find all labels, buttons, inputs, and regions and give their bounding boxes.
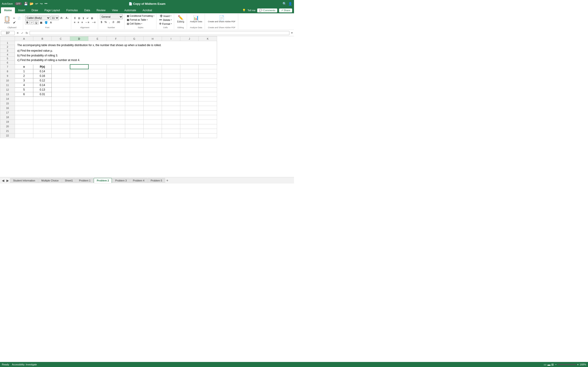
cell-F20[interactable]	[107, 124, 125, 129]
sheet-tab-problem-2[interactable]: Problem 2	[94, 178, 112, 183]
row-header-2[interactable]: 2	[0, 45, 15, 49]
cell-H11[interactable]	[144, 83, 162, 87]
cell-H13[interactable]	[144, 92, 162, 97]
row-header-9[interactable]: 9	[0, 74, 15, 78]
cell-C12[interactable]	[52, 87, 70, 92]
cell-E18[interactable]	[88, 115, 107, 119]
increase-font-size-button[interactable]: A↑	[60, 16, 64, 20]
cell-C21[interactable]	[52, 129, 70, 133]
cell-G14[interactable]	[125, 97, 144, 101]
cell-J11[interactable]	[180, 83, 199, 87]
tell-me-icon[interactable]: 💡	[242, 9, 246, 12]
decrease-decimal-button[interactable]: .00	[115, 20, 121, 24]
share-button[interactable]: ↗ Share	[279, 8, 292, 12]
cell-A20[interactable]	[15, 124, 33, 129]
editing-button[interactable]: ✏️ Editing	[176, 14, 185, 24]
cell-F10[interactable]	[107, 78, 125, 83]
row-header-15[interactable]: 15	[0, 101, 15, 106]
row-header-17[interactable]: 17	[0, 110, 15, 115]
insert-function-button[interactable]: fx	[25, 31, 29, 35]
cell-C14[interactable]	[52, 97, 70, 101]
cell-J14[interactable]	[180, 97, 199, 101]
font-color-button[interactable]: A	[49, 21, 52, 24]
cell-I13[interactable]	[162, 92, 180, 97]
row-header-20[interactable]: 20	[0, 124, 15, 129]
cell-H7[interactable]	[144, 65, 162, 69]
cell-H22[interactable]	[144, 133, 162, 138]
col-header-f[interactable]: F	[107, 36, 125, 41]
cell-B17[interactable]	[33, 110, 52, 115]
data-cell-x-1[interactable]: 2	[15, 74, 33, 78]
cell-A17[interactable]	[15, 110, 33, 115]
col-header-b[interactable]: B	[33, 36, 52, 41]
data-header-x[interactable]: x	[15, 65, 33, 69]
cell-K15[interactable]	[199, 101, 217, 106]
conditional-formatting-button[interactable]: ▦ Conditional Formatting ▾	[126, 14, 155, 18]
cell-F14[interactable]	[107, 97, 125, 101]
font-family-select[interactable]: Calibri (Body)	[25, 16, 50, 20]
cell-G19[interactable]	[125, 119, 144, 124]
cell-styles-button[interactable]: ▤ Cell Styles ▾	[126, 22, 143, 25]
cell-I16[interactable]	[162, 106, 180, 110]
cell-J16[interactable]	[180, 106, 199, 110]
confirm-formula-button[interactable]: ✓	[20, 31, 24, 35]
cell-K8[interactable]	[199, 69, 217, 74]
cell-K19[interactable]	[199, 119, 217, 124]
cell-K16[interactable]	[199, 106, 217, 110]
tab-automate[interactable]: Automate	[121, 7, 139, 13]
cell-B21[interactable]	[33, 129, 52, 133]
data-cell-px-4[interactable]: 0.13	[33, 87, 52, 92]
cell-E19[interactable]	[88, 119, 107, 124]
cell-I9[interactable]	[162, 74, 180, 78]
cell-H17[interactable]	[144, 110, 162, 115]
undo-icon[interactable]: ↩	[35, 2, 38, 6]
row-header-5[interactable]: 5	[0, 57, 15, 60]
add-sheet-button[interactable]: +	[165, 178, 169, 183]
cell-A22[interactable]	[15, 133, 33, 138]
cell-G15[interactable]	[125, 101, 144, 106]
cell-J22[interactable]	[180, 133, 199, 138]
row-header-6[interactable]: 6	[0, 60, 15, 65]
align-middle-button[interactable]: ⊟	[77, 16, 81, 20]
cell-C17[interactable]	[52, 110, 70, 115]
data-cell-px-5[interactable]: 0.31	[33, 92, 52, 97]
more-commands-icon[interactable]: •••	[44, 2, 48, 5]
cell-I20[interactable]	[162, 124, 180, 129]
decrease-indent-button[interactable]: ←≡	[84, 20, 90, 24]
underline-button[interactable]: U	[34, 20, 39, 25]
col-header-h[interactable]: H	[144, 36, 162, 41]
cell-F16[interactable]	[107, 106, 125, 110]
cell-D13[interactable]	[70, 92, 88, 97]
sheet-container[interactable]: A B C D E F G H I J K 1 The accom	[0, 36, 294, 177]
cell-E8[interactable]	[88, 69, 107, 74]
cell-G16[interactable]	[125, 106, 144, 110]
italic-button[interactable]: I	[30, 20, 34, 25]
cell-D12[interactable]	[70, 87, 88, 92]
tab-page-layout[interactable]: Page Layout	[41, 7, 63, 13]
cell-J7[interactable]	[180, 65, 199, 69]
tab-acrobat[interactable]: Acrobat	[139, 7, 155, 13]
cell-F13[interactable]	[107, 92, 125, 97]
cell-D21[interactable]	[70, 129, 88, 133]
cell-E21[interactable]	[88, 129, 107, 133]
cell-C13[interactable]	[52, 92, 70, 97]
delete-cells-button[interactable]: ➖ Delete ▾	[158, 18, 173, 22]
cell-K20[interactable]	[199, 124, 217, 129]
data-cell-x-4[interactable]: 5	[15, 87, 33, 92]
tab-home[interactable]: Home	[1, 7, 15, 13]
paste-button[interactable]: 📋 Paste	[2, 15, 12, 25]
cell-K7[interactable]	[199, 65, 217, 69]
tab-draw[interactable]: Draw	[28, 7, 41, 13]
cell-F19[interactable]	[107, 119, 125, 124]
cell-C9[interactable]	[52, 74, 70, 78]
row-header-8[interactable]: 8	[0, 69, 15, 74]
cell-G17[interactable]	[125, 110, 144, 115]
cell-J12[interactable]	[180, 87, 199, 92]
cell-C22[interactable]	[52, 133, 70, 138]
cell-C7[interactable]	[52, 65, 70, 69]
cell-J20[interactable]	[180, 124, 199, 129]
cell-J9[interactable]	[180, 74, 199, 78]
cell-I15[interactable]	[162, 101, 180, 106]
format-as-table-button[interactable]: ▦ Format as Table ▾	[126, 18, 148, 22]
cell-J19[interactable]	[180, 119, 199, 124]
